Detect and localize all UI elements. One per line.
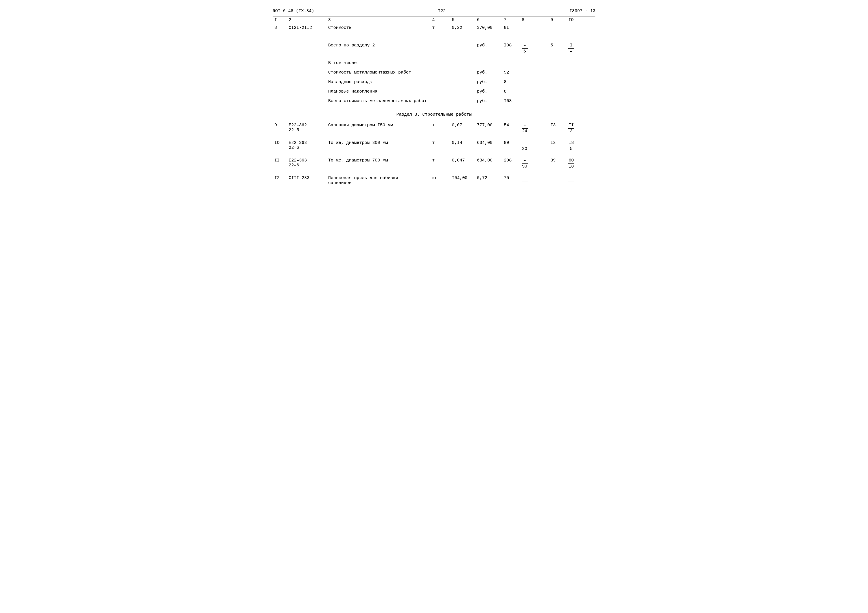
row8-col9: – [549, 24, 567, 38]
col-header-7: 7 [502, 16, 520, 24]
row11-col5: 0,047 [450, 157, 475, 171]
table-row: 8 CI2I-2II2 Стоимость т 0,22 370,00 8I –… [273, 24, 595, 38]
table-row: Плановые накопления руб. 8 [273, 88, 595, 95]
row10-col8: – 30 [520, 139, 549, 153]
row8-col4: т [431, 24, 450, 38]
row12-col1: I2 [273, 174, 287, 188]
row12-col5: I04,00 [450, 174, 475, 188]
col-header-5: 5 [450, 16, 475, 24]
main-table: I 2 3 4 5 6 7 8 9 IO 8 CI2I-2II2 Стоимос… [273, 16, 595, 188]
vsego2-col10: I – [567, 42, 595, 55]
row12-col8: – – [520, 174, 549, 188]
row8-col10: – – [567, 24, 595, 38]
vsego2-col8: – 6 [520, 42, 549, 55]
row12-col7: 75 [502, 174, 520, 188]
section3-title-row: Раздел 3. Строительные работы [273, 109, 595, 119]
row8-col3: Стоимость [327, 24, 431, 38]
planovye-col6: руб. [475, 88, 502, 95]
row10-col3: То же, диаметром 300 мм [327, 139, 431, 153]
spacer [273, 55, 595, 59]
section3-title: Раздел 3. Строительные работы [396, 112, 471, 117]
stoimost-col6: руб. [475, 69, 502, 76]
spacer [273, 85, 595, 88]
row11-col6: 634,00 [475, 157, 502, 171]
row10-col4: т [431, 139, 450, 153]
row11-col3: То же, диаметром 700 мм [327, 157, 431, 171]
table-row: В том числе: [273, 59, 595, 67]
vsego-stoimost-col3: Всего стоимость металломонтажных работ [327, 98, 431, 105]
spacer [273, 67, 595, 69]
row8-col2: CI2I-2II2 [287, 24, 327, 38]
nakladnye-col7: 8 [502, 78, 520, 85]
spacer [273, 38, 595, 42]
col-header-4: 4 [431, 16, 450, 24]
spacer [273, 95, 595, 98]
row9-col4: т [431, 122, 450, 135]
col-header-8: 8 [520, 16, 549, 24]
row11-col10: 60 I8 [567, 157, 595, 171]
table-row: Стоимость металломонтажных работ руб. 92 [273, 69, 595, 76]
row8-col8: – – [520, 24, 549, 38]
col-header-6: 6 [475, 16, 502, 24]
table-row: Всего по разделу 2 руб. I08 – 6 5 I – [273, 42, 595, 55]
col-header-1: I [273, 16, 287, 24]
vsego2-col3: Всего по разделу 2 [327, 42, 431, 55]
table-row: I2 CIII–283 Пеньковая прядь для набивки … [273, 174, 595, 188]
row11-col8: – 99 [520, 157, 549, 171]
row9-col6: 777,00 [475, 122, 502, 135]
row8-col5: 0,22 [450, 24, 475, 38]
vsego2-col5 [450, 42, 475, 55]
row10-col7: 89 [502, 139, 520, 153]
row9-col5: 0,07 [450, 122, 475, 135]
row11-col1: II [273, 157, 287, 171]
header-center: - I22 - [433, 9, 451, 14]
stoimost-col3: Стоимость металломонтажных работ [327, 69, 431, 76]
column-header-row: I 2 3 4 5 6 7 8 9 IO [273, 16, 595, 24]
nakladnye-col6: руб. [475, 78, 502, 85]
row9-col3: Сальники диаметром I50 мм [327, 122, 431, 135]
vtom-col3: В том числе: [327, 59, 431, 67]
row12-col9: – [549, 174, 567, 188]
vsego2-col9: 5 [549, 42, 567, 55]
row12-col10: – – [567, 174, 595, 188]
table-row: II E22–363 22–6 То же, диаметром 700 мм … [273, 157, 595, 171]
spacer [273, 105, 595, 109]
header-left: 9OI-6-48 (IX.84) [273, 9, 314, 14]
col-header-2: 2 [287, 16, 327, 24]
row8-col1: 8 [273, 24, 287, 38]
row10-col5: 0,I4 [450, 139, 475, 153]
planovye-col3: Плановые накопления [327, 88, 431, 95]
header-right: I3397 · 13 [569, 9, 595, 14]
row12-col2: CIII–283 [287, 174, 327, 188]
spacer [273, 119, 595, 122]
header-row: 9OI-6-48 (IX.84) - I22 - I3397 · 13 [273, 9, 595, 14]
row10-col9: I2 [549, 139, 567, 153]
row9-col7: 54 [502, 122, 520, 135]
row12-col3: Пеньковая прядь для набивки сальников [327, 174, 431, 188]
row9-col9: I3 [549, 122, 567, 135]
spacer [273, 76, 595, 78]
vsego2-col7: I08 [502, 42, 520, 55]
row10-col10: I8 5 [567, 139, 595, 153]
row10-col1: IO [273, 139, 287, 153]
row10-col2: E22–363 22–6 [287, 139, 327, 153]
row11-col4: т [431, 157, 450, 171]
row9-col1: 9 [273, 122, 287, 135]
row11-col7: 298 [502, 157, 520, 171]
spacer [273, 135, 595, 139]
row11-col9: 39 [549, 157, 567, 171]
vsego2-col6: руб. [475, 42, 502, 55]
row9-col10: II 3 [567, 122, 595, 135]
row9-col8: – 24 [520, 122, 549, 135]
nakladnye-col3: Накладные расходы [327, 78, 431, 85]
vsego2-col4 [431, 42, 450, 55]
table-row: Накладные расходы руб. 8 [273, 78, 595, 85]
stoimost-col7: 92 [502, 69, 520, 76]
col-header-10: IO [567, 16, 595, 24]
planovye-col7: 8 [502, 88, 520, 95]
spacer [273, 153, 595, 157]
spacer [273, 171, 595, 174]
table-row: 9 E22–362 22–5 Сальники диаметром I50 мм… [273, 122, 595, 135]
vsego-stoimost-col6: руб. [475, 98, 502, 105]
vsego2-col2 [287, 42, 327, 55]
